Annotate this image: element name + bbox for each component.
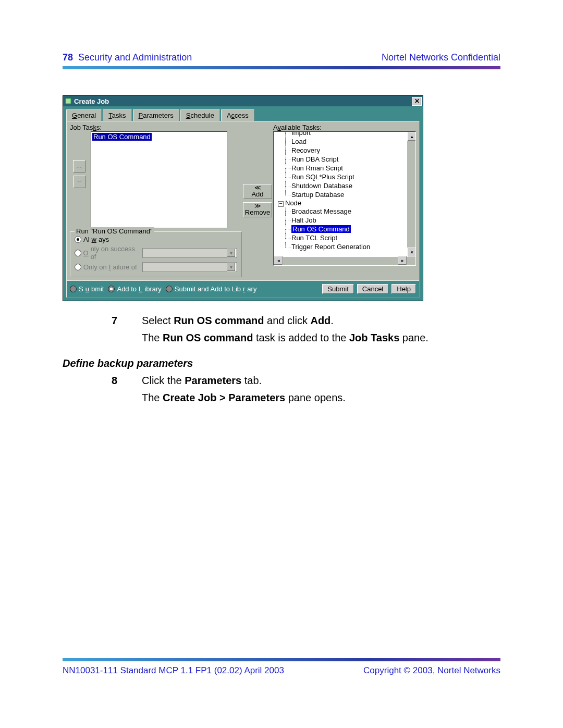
section-subhead: Define backup parameters	[63, 356, 500, 371]
section-title: Security and Administration	[78, 52, 192, 63]
confidential-label: Nortel Networks Confidential	[382, 52, 500, 63]
scroll-up-icon[interactable]: ▴	[407, 132, 416, 141]
radio-icon	[108, 286, 115, 292]
tab-general[interactable]: General	[66, 109, 102, 121]
window-icon	[64, 97, 72, 105]
success-combo[interactable]	[142, 248, 237, 258]
cancel-button[interactable]: Cancel	[357, 284, 388, 294]
window-title: Create Job	[74, 97, 109, 105]
close-icon[interactable]: ✕	[412, 97, 422, 106]
footer-left: NN10031-111 Standard MCP 1.1 FP1 (02.02)…	[63, 665, 284, 676]
tree-item-selected[interactable]: Run OS Command	[291, 225, 351, 233]
failure-combo[interactable]	[142, 262, 237, 272]
tab-tasks[interactable]: Tasks	[103, 109, 131, 121]
help-button[interactable]: Help	[391, 284, 416, 294]
radio-add-library[interactable]: Add to Library	[108, 285, 161, 293]
available-tasks-tree[interactable]: Import Load Recovery Run DBA Script Run …	[273, 131, 416, 266]
tree-hscroll[interactable]: ◂▸	[274, 257, 415, 265]
scroll-left-icon[interactable]: ◂	[274, 256, 283, 265]
tree-vscroll[interactable]: ▴▾	[407, 132, 415, 265]
radio-submit-and-add[interactable]: Submit and Add to Library	[166, 285, 257, 293]
radio-success[interactable]: Only on success of	[75, 245, 237, 261]
tree-collapse-icon[interactable]: −	[278, 201, 284, 207]
tab-access[interactable]: Access	[221, 109, 254, 121]
list-item[interactable]: Run OS Command	[92, 133, 152, 141]
document-body: 7Select Run OS command and click Add. Th…	[112, 314, 500, 405]
page-number: 78	[63, 52, 73, 63]
radio-icon	[75, 250, 81, 256]
job-tasks-list[interactable]: Run OS Command	[91, 131, 227, 228]
radio-submit[interactable]: Submit	[70, 285, 104, 293]
footer-rule	[63, 658, 500, 661]
scroll-right-icon[interactable]: ▸	[398, 256, 407, 265]
radio-always[interactable]: Always	[75, 236, 237, 243]
group-caption: Run "Run OS Command"	[75, 227, 154, 235]
page-footer: NN10031-111 Standard MCP 1.1 FP1 (02.02)…	[63, 658, 500, 676]
create-job-window: Create Job ✕ General Tasks Parameters Sc…	[63, 95, 423, 301]
page-header: 78 Security and Administration Nortel Ne…	[0, 0, 563, 66]
scroll-down-icon[interactable]: ▾	[407, 248, 416, 257]
remove-button[interactable]: ≫ Remove	[243, 202, 272, 217]
svg-rect-0	[66, 98, 71, 104]
submit-button[interactable]: Submit	[322, 284, 353, 294]
radio-icon	[70, 286, 77, 292]
window-titlebar[interactable]: Create Job ✕	[63, 96, 423, 106]
radio-failure[interactable]: Only on failure of	[75, 262, 237, 272]
add-button[interactable]: ≪ Add	[243, 184, 272, 199]
move-up-button[interactable]: ︿	[73, 160, 85, 172]
tab-schedule[interactable]: Schedule	[180, 109, 220, 121]
tab-strip: General Tasks Parameters Schedule Access	[66, 109, 420, 121]
radio-icon	[75, 236, 81, 243]
footer-right: Copyright © 2003, Nortel Networks	[363, 665, 500, 676]
run-condition-group: Run "Run OS Command" Always Only on succ…	[70, 231, 242, 277]
move-down-button[interactable]: ﹀	[73, 176, 85, 188]
tab-parameters[interactable]: Parameters	[133, 109, 179, 121]
radio-icon	[166, 286, 173, 292]
radio-icon	[75, 264, 81, 270]
